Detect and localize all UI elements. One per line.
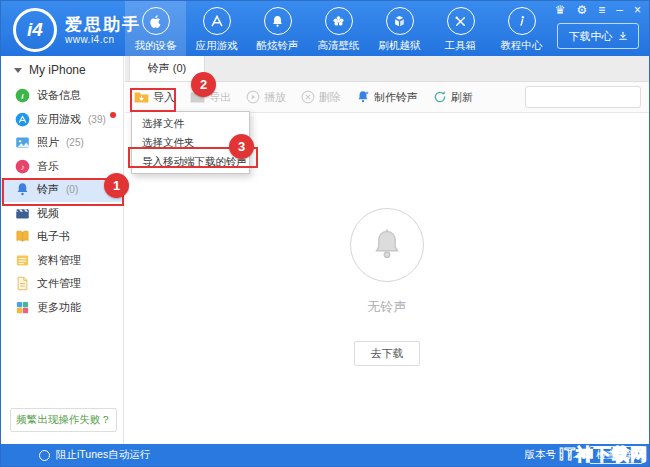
check-update-button[interactable]: 检查更新 xyxy=(589,446,643,464)
toolbox-icon xyxy=(447,7,475,35)
menu-item-import-mobile-ringtones[interactable]: 导入移动端下载的铃声 xyxy=(132,152,249,171)
nav-tab-cool-ringtones[interactable]: 酷炫铃声 xyxy=(247,1,308,56)
sidebar-item-more-features[interactable]: 更多功能 xyxy=(1,296,123,320)
apple-icon xyxy=(142,7,170,35)
sidebar-item-ebooks[interactable]: 电子书 xyxy=(1,225,123,249)
sidebar-item-label: 铃声 xyxy=(37,182,59,197)
make-ringtone-button[interactable]: 制作铃声 xyxy=(356,90,418,105)
sidebar-item-label: 文件管理 xyxy=(37,276,81,291)
sidebar-item-ringtones[interactable]: 铃声 (0) xyxy=(1,178,123,202)
nav-tab-my-device[interactable]: 我的设备 xyxy=(125,1,186,56)
sidebar-item-apps-games[interactable]: 应用游戏 (39) xyxy=(1,108,123,132)
sidebar-item-count: (0) xyxy=(66,184,78,195)
notification-dot xyxy=(110,112,116,118)
menu-item-select-file[interactable]: 选择文件 xyxy=(132,114,249,133)
menu-icon[interactable]: ≡ xyxy=(598,3,605,17)
nav-tab-flash-jailbreak[interactable]: 刷机越狱 xyxy=(369,1,430,56)
photo-icon xyxy=(14,135,30,151)
nav-tab-toolbox[interactable]: 工具箱 xyxy=(430,1,491,56)
sidebar-item-label: 资料管理 xyxy=(37,253,81,268)
nav-tab-label: 应用游戏 xyxy=(196,39,238,53)
nav-tab-label: 我的设备 xyxy=(135,39,177,53)
play-button[interactable]: 播放 xyxy=(246,90,286,105)
sidebar-item-label: 设备信息 xyxy=(37,88,81,103)
device-selector[interactable]: My iPhone xyxy=(1,56,123,84)
device-name: My iPhone xyxy=(29,63,86,77)
toolbar-label: 刷新 xyxy=(451,90,473,105)
sidebar-item-photos[interactable]: 照片 (25) xyxy=(1,131,123,155)
ringtone-toolbar: 导入 导出 播放 删除 制作铃声 刷新 xyxy=(125,82,649,113)
sidebar-item-label: 更多功能 xyxy=(37,300,81,315)
tab-ringtones[interactable]: 铃声 (0) xyxy=(129,56,205,81)
export-folder-icon xyxy=(190,91,205,104)
video-icon xyxy=(14,205,30,221)
version-label: 版本号：7.37 xyxy=(525,448,587,462)
nav-tab-label: 高清壁纸 xyxy=(318,39,360,53)
download-center-label: 下载中心 xyxy=(569,29,613,44)
vip-crown-icon[interactable]: ♛ xyxy=(555,3,566,17)
window-controls: ♛ ⚙ ≡ – × xyxy=(555,3,641,17)
book-icon xyxy=(14,229,30,245)
sidebar-item-device-info[interactable]: i 设备信息 xyxy=(1,84,123,108)
sidebar: My iPhone i 设备信息 应用游戏 (39) 照片 (25) ♪ 音乐 … xyxy=(1,56,124,444)
sidebar-item-label: 音乐 xyxy=(37,159,59,174)
info-icon xyxy=(508,7,536,35)
search-input[interactable] xyxy=(526,89,650,105)
search-box xyxy=(525,86,641,108)
data-manage-icon xyxy=(14,252,30,268)
jailbreak-icon xyxy=(386,7,414,35)
menu-item-select-folder[interactable]: 选择文件夹 xyxy=(132,133,249,152)
nav-tab-label: 酷炫铃声 xyxy=(257,39,299,53)
nav-tab-label: 工具箱 xyxy=(445,39,477,53)
download-center-button[interactable]: 下载中心 xyxy=(557,23,639,49)
appstore-blue-icon xyxy=(14,111,30,127)
download-arrow-icon xyxy=(618,31,628,41)
app-window: i4 爱思助手 www.i4.cn 我的设备 应用游戏 xyxy=(0,0,650,467)
toolbar-label: 制作铃声 xyxy=(374,90,418,105)
operation-failure-help-button[interactable]: 频繁出现操作失败？ xyxy=(10,408,117,432)
play-circle-icon xyxy=(246,90,260,104)
more-grid-icon xyxy=(14,299,30,315)
delete-circle-icon xyxy=(301,90,315,104)
settings-gear-icon[interactable]: ⚙ xyxy=(577,3,588,17)
main-nav: 我的设备 应用游戏 酷炫铃声 高清壁纸 xyxy=(125,1,552,56)
status-bar: 阻止iTunes自动运行 版本号：7.37 检查更新 xyxy=(1,444,649,466)
sidebar-item-label: 照片 xyxy=(37,135,59,150)
app-logo: i4 爱思助手 www.i4.cn xyxy=(13,8,141,52)
empty-state-text: 无铃声 xyxy=(368,298,407,316)
wallpaper-icon xyxy=(325,7,353,35)
sidebar-item-label: 视频 xyxy=(37,206,59,221)
close-icon[interactable]: × xyxy=(634,3,641,17)
main-content: 铃声 (0) 导入 导出 播放 删除 制作铃声 xyxy=(125,56,649,444)
chevron-down-icon xyxy=(14,68,22,73)
sidebar-item-file-manage[interactable]: 文件管理 xyxy=(1,272,123,296)
nav-tab-hd-wallpapers[interactable]: 高清壁纸 xyxy=(308,1,369,56)
sidebar-item-videos[interactable]: 视频 xyxy=(1,202,123,226)
toolbar-label: 删除 xyxy=(319,90,341,105)
content-tabstrip: 铃声 (0) xyxy=(125,56,649,82)
sidebar-item-count: (39) xyxy=(88,114,106,125)
refresh-icon xyxy=(433,90,447,104)
import-button[interactable]: 导入 xyxy=(134,90,175,105)
minimize-icon[interactable]: – xyxy=(616,3,623,17)
import-dropdown-menu: 选择文件 选择文件夹 导入移动端下载的铃声 xyxy=(131,111,250,174)
sidebar-item-count: (25) xyxy=(66,137,84,148)
sidebar-item-music[interactable]: ♪ 音乐 xyxy=(1,155,123,179)
nav-tab-tutorial-center[interactable]: 教程中心 xyxy=(491,1,552,56)
info-green-icon: i xyxy=(14,88,30,104)
nav-tab-label: 教程中心 xyxy=(501,39,543,53)
bell-icon xyxy=(264,7,292,35)
export-button[interactable]: 导出 xyxy=(190,90,231,105)
toolbar-label: 导出 xyxy=(209,90,231,105)
nav-tab-apps-games[interactable]: 应用游戏 xyxy=(186,1,247,56)
bell-gray-icon xyxy=(370,228,404,262)
refresh-button[interactable]: 刷新 xyxy=(433,90,473,105)
toolbar-label: 导入 xyxy=(153,90,175,105)
music-icon: ♪ xyxy=(14,158,30,174)
sidebar-item-data-manage[interactable]: 资料管理 xyxy=(1,249,123,273)
itunes-toggle-radio[interactable] xyxy=(39,450,50,461)
go-download-button[interactable]: 去下载 xyxy=(354,341,420,366)
delete-button[interactable]: 删除 xyxy=(301,90,341,105)
header-bar: i4 爱思助手 www.i4.cn 我的设备 应用游戏 xyxy=(1,1,649,56)
import-folder-icon xyxy=(134,91,149,104)
